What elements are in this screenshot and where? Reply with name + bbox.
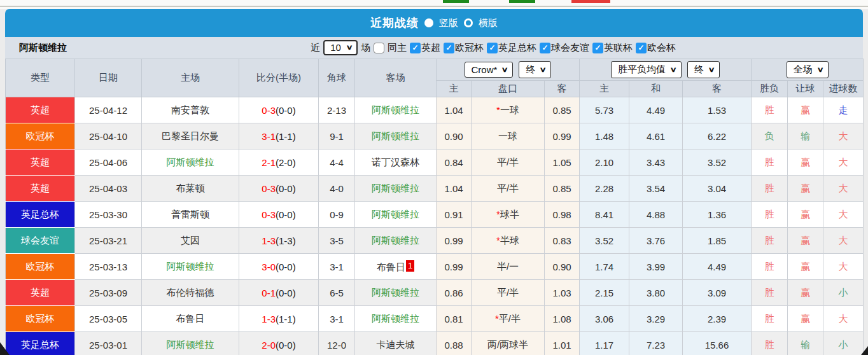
home-odds: 1.04	[437, 176, 472, 202]
competition-badge: 英超	[6, 280, 75, 306]
home-team: 艾因	[142, 228, 239, 254]
col-header-result: 胜负	[752, 81, 788, 97]
horizontal-view-radio[interactable]	[464, 18, 473, 27]
score-cell: 2-1(2-0)	[239, 150, 319, 176]
handicap-line: 一球	[472, 123, 545, 150]
avg-home: 2.10	[580, 150, 629, 176]
odds-state-select[interactable]: 终 ∨	[519, 61, 551, 78]
avg-home: 5.73	[580, 97, 629, 123]
handicap-line: *球半	[472, 202, 545, 228]
match-count-select[interactable]: 10 ∨	[323, 40, 358, 55]
away-team: 诺丁汉森林	[355, 150, 437, 176]
table-row: 英足总杯 25-03-30 普雷斯顿 0-3(0-0) 0-9 阿斯顿维拉 0.…	[6, 202, 864, 228]
odds-company-select[interactable]: Crow* ∨	[465, 62, 514, 78]
competition-filter-efl-cup[interactable]: ✓ 英联杯	[592, 42, 633, 54]
handicap-line: *一球	[472, 97, 545, 123]
full-score: 2-0	[262, 340, 276, 351]
half-score: (1-1)	[276, 131, 296, 142]
col-header-home: 主场	[142, 59, 239, 97]
competition-badge: 英超	[6, 97, 75, 123]
chevron-down-icon: ∨	[669, 66, 676, 74]
check-icon[interactable]: ✓	[540, 43, 550, 53]
odds-group-header: Crow* ∨ 终 ∨	[437, 59, 580, 81]
away-team: 阿斯顿维拉	[355, 176, 437, 202]
away-team: 卡迪夫城	[355, 332, 437, 355]
score-cell: 1-3(1-3)	[239, 228, 319, 254]
scope-select[interactable]: 全场 ∨	[787, 61, 829, 78]
check-icon[interactable]: ✓	[592, 43, 603, 53]
away-team: 阿斯顿维拉	[355, 228, 437, 254]
handicap-result: 赢	[788, 150, 823, 176]
goals-result: 大	[823, 176, 864, 202]
match-date: 25-03-05	[75, 306, 142, 332]
avg-away: 4.49	[683, 254, 752, 280]
half-score: (0-0)	[276, 340, 296, 351]
corners: 9-1	[319, 123, 355, 150]
competition-filter-epl[interactable]: ✓ 英超	[410, 42, 440, 54]
score-cell: 0-3(0-0)	[239, 176, 319, 202]
goals-result: 小	[823, 280, 864, 306]
col-header-odds-home: 主	[437, 81, 472, 97]
avg-draw: 4.88	[629, 202, 683, 228]
competition-filter-fa-cup[interactable]: ✓ 英足总杯	[487, 42, 536, 54]
avg-home: 1.17	[580, 332, 629, 355]
competition-filter-friendly[interactable]: ✓ 球会友谊	[540, 42, 589, 54]
away-odds: 0.85	[545, 176, 580, 202]
avg-home: 2.15	[580, 280, 629, 306]
avg-draw: 3.99	[629, 254, 683, 280]
avg-type-select[interactable]: 胜平负均值 ∨	[611, 61, 682, 78]
vertical-view-radio[interactable]	[424, 18, 433, 27]
home-odds: 0.91	[437, 202, 472, 228]
match-date: 25-03-30	[75, 202, 142, 228]
full-score: 0-3	[262, 183, 276, 194]
team-name: 阿斯顿维拉	[19, 42, 67, 54]
score-cell: 0-3(0-0)	[239, 97, 319, 123]
avg-home: 1.48	[580, 123, 629, 150]
recent-label: 近	[311, 42, 320, 54]
match-date: 25-04-10	[75, 123, 142, 150]
match-date: 25-03-21	[75, 228, 142, 254]
check-icon[interactable]: ✓	[444, 43, 454, 53]
home-odds: 0.86	[437, 280, 472, 306]
away-team: 阿斯顿维拉	[355, 97, 437, 123]
competition-filter-ucl[interactable]: ✓ 欧冠杯	[444, 42, 484, 54]
horizontal-view-label[interactable]: 横版	[479, 17, 498, 29]
goals-result: 小	[823, 332, 864, 355]
goals-result: 大	[823, 123, 864, 150]
col-header-away: 客场	[355, 59, 437, 97]
unit-label: 场	[361, 42, 370, 54]
full-score: 0-3	[262, 105, 276, 116]
corners: 2-13	[319, 97, 355, 123]
home-team: 普雷斯顿	[142, 202, 239, 228]
handicap-line: 半/一	[472, 254, 545, 280]
avg-draw: 4.49	[629, 97, 683, 123]
avg-away: 1.85	[683, 228, 752, 254]
result: 胜	[752, 176, 788, 202]
handicap-line: *平/半	[472, 306, 545, 332]
avg-home: 1.74	[580, 254, 629, 280]
filter-controls: 近 10 ∨ 场 同主 ✓ 英超 ✓ 欧冠杯 ✓ 英足总杯 ✓ 球会友谊 ✓ 英…	[311, 40, 676, 55]
home-odds: 0.88	[437, 332, 472, 355]
table-row: 英超 25-04-03 布莱顿 0-3(0-0) 4-0 阿斯顿维拉 1.04 …	[6, 176, 864, 202]
home-odds: 0.90	[437, 123, 472, 150]
corners: 12-0	[319, 332, 355, 355]
col-header-avg-home: 主	[580, 81, 629, 97]
away-odds: 0.98	[545, 202, 580, 228]
competition-filter-conference[interactable]: ✓ 欧会杯	[636, 42, 676, 54]
avg-away: 1.36	[683, 202, 752, 228]
check-icon[interactable]: ✓	[410, 43, 421, 53]
half-score: (0-0)	[276, 261, 296, 272]
filter-bar: 阿斯顿维拉 近 10 ∨ 场 同主 ✓ 英超 ✓ 欧冠杯 ✓ 英足总杯 ✓ 球会…	[5, 37, 863, 59]
col-header-goals: 进球数	[823, 81, 864, 97]
check-icon[interactable]: ✓	[636, 43, 647, 53]
col-header-odds-away: 客	[545, 81, 580, 97]
competition-badge: 英超	[6, 150, 75, 176]
half-score: (1-1)	[276, 314, 296, 324]
cutoff-fragment-green	[509, 0, 535, 3]
vertical-view-label[interactable]: 竖版	[439, 17, 458, 29]
same-home-checkbox[interactable]	[374, 43, 384, 53]
half-score: (0-0)	[276, 183, 296, 194]
avg-state-select[interactable]: 终 ∨	[687, 61, 720, 78]
check-icon[interactable]: ✓	[487, 43, 498, 53]
away-team: 阿斯顿维拉	[355, 306, 437, 332]
